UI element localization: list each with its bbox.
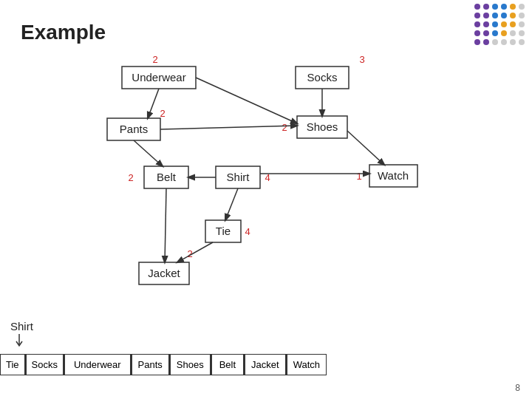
socks-node: Socks (307, 71, 338, 83)
topo-underwear: Underwear (64, 354, 131, 375)
svg-line-13 (160, 126, 297, 129)
topo-sort-row: Tie Socks Underwear Pants Shoes Belt Jac… (0, 354, 532, 375)
watch-node: Watch (378, 169, 409, 182)
shoes-node: Shoes (307, 120, 338, 133)
label-socks-2: 2 (282, 122, 287, 133)
decorative-dots (474, 4, 526, 47)
topo-shirt-label: Shirt (10, 320, 33, 332)
label-pants-2: 2 (160, 108, 165, 119)
label-top-2: 2 (152, 54, 157, 65)
topo-shoes: Shoes (170, 354, 211, 375)
topo-watch: Watch (287, 354, 327, 375)
svg-line-9 (148, 89, 159, 118)
label-shoes-1: 1 (356, 171, 361, 182)
jacket-node: Jacket (148, 267, 180, 279)
svg-line-19 (177, 242, 213, 262)
topo-tie: Tie (0, 354, 25, 375)
topo-belt: Belt (211, 354, 244, 375)
underwear-node: Underwear (132, 71, 185, 83)
svg-line-16 (225, 188, 238, 220)
topo-jacket: Jacket (245, 354, 286, 375)
topo-pants: Pants (132, 354, 169, 375)
svg-line-14 (165, 188, 166, 262)
topo-socks: Socks (26, 354, 64, 375)
label-belt-2: 2 (128, 172, 133, 183)
topo-shirt-arrow (14, 334, 24, 350)
svg-line-18 (347, 131, 384, 165)
shirt-node: Shirt (227, 171, 250, 183)
label-shirt-4b: 4 (245, 226, 250, 237)
belt-node: Belt (157, 171, 177, 183)
page-title: Example (21, 21, 106, 44)
tie-node: Tie (216, 225, 231, 237)
svg-line-12 (134, 140, 163, 166)
page-number: 8 (515, 383, 520, 393)
label-top-3: 3 (359, 54, 364, 65)
dag-diagram: Underwear 2 Socks 3 Pants 2 Shoes 2 Belt… (7, 44, 510, 318)
svg-line-10 (196, 78, 297, 123)
pants-node: Pants (120, 123, 148, 135)
